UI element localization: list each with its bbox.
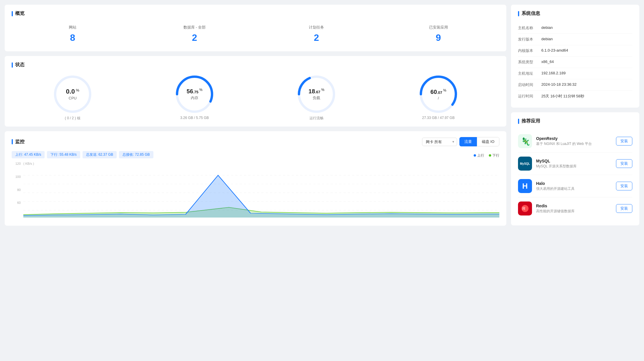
info-key: 发行版本 (518, 34, 541, 45)
app-desc: 强大易用的开源建站工具 (536, 186, 612, 191)
monitor-card: 监控 网卡 所有 流量 磁盘 IO 上行: 47.45 KB/s下行: 55.4… (5, 131, 506, 226)
monitor-stats-row: 上行: 47.45 KB/s下行: 55.48 KB/s总发送: 62.37 G… (12, 151, 499, 158)
tab-disk-io[interactable]: 磁盘 IO (477, 137, 499, 146)
chart-legend: 上行 下行 (474, 153, 499, 158)
monitor-stat-badge: 下行: 55.48 KB/s (47, 151, 80, 158)
stat-value: 9 (377, 32, 499, 43)
install-button-mysql[interactable]: 安装 (616, 159, 632, 168)
monitor-stat-badge: 总发送: 62.37 GB (83, 151, 117, 158)
monitor-controls: 网卡 所有 流量 磁盘 IO (422, 137, 499, 146)
system-info-table: 主机名称 debian 发行版本 debian 内核版本 6.1.0-23-am… (518, 22, 632, 102)
stat-item-计划任务: 计划任务 2 (256, 22, 377, 45)
monitor-title: 监控 (12, 139, 24, 145)
gauge-center-memory: 56.75 % 内存 (187, 88, 202, 101)
app-item-redis: R Redis 高性能的开源键值数据库 安装 (518, 197, 632, 220)
legend-up: 上行 (474, 153, 484, 158)
info-key: 启动时间 (518, 79, 541, 91)
app-item-openresty: 🦎 OpenResty 基于 NGINX 和 LuaJIT 的 Web 平台 安… (518, 130, 632, 153)
gauge-memory: 56.75 % 内存 3.26 GB / 5.75 GB (134, 74, 256, 121)
app-desc: 基于 NGINX 和 LuaJIT 的 Web 平台 (536, 141, 612, 146)
stats-grid: 网站 8 数据库 - 全部 2 计划任务 2 已安装应用 9 (12, 22, 499, 45)
gauge-wrapper-load: 18.67 % 负载 (296, 74, 337, 115)
install-button-openresty[interactable]: 安装 (616, 137, 632, 146)
info-val: 25天 16小时 11分钟 58秒 (541, 91, 632, 102)
install-button-halo[interactable]: 安装 (616, 182, 632, 190)
app-icon: R (518, 201, 532, 215)
info-key: 主机地址 (518, 68, 541, 79)
app-icon: MySQL (518, 157, 532, 171)
gauges-grid: 0.0 % CPU ( 0 / 2 ) 核 56.75 % 内存 3.26 GB… (12, 74, 499, 121)
app-info: Halo 强大易用的开源建站工具 (536, 181, 612, 191)
stat-label: 已安装应用 (377, 25, 499, 30)
nic-select-wrapper: 网卡 所有 (422, 138, 457, 146)
svg-marker-14 (23, 175, 499, 218)
app-desc: MySQL 开源关系型数据库 (536, 164, 612, 169)
monitor-stat-badge: 总接收: 72.85 GB (119, 151, 153, 158)
svg-text:🦎: 🦎 (521, 137, 530, 146)
gauge-sub-memory: 3.26 GB / 5.75 GB (180, 116, 209, 120)
y-axis: 120 100 80 60 (12, 162, 22, 214)
y-axis-unit: ( KB/s ) (23, 162, 499, 165)
info-val: x86_64 (541, 57, 632, 68)
monitor-stat-badge: 上行: 47.45 KB/s (12, 151, 45, 158)
install-button-redis[interactable]: 安装 (616, 204, 632, 213)
stat-value: 2 (256, 32, 377, 43)
app-item-mysql: MySQL MySQL MySQL 开源关系型数据库 安装 (518, 153, 632, 175)
app-list: 🦎 OpenResty 基于 NGINX 和 LuaJIT 的 Web 平台 安… (518, 130, 632, 220)
app-info: OpenResty 基于 NGINX 和 LuaJIT 的 Web 平台 (536, 136, 612, 146)
stat-item-已安装应用: 已安装应用 9 (377, 22, 499, 45)
gauge-sub-disk: 27.33 GB / 47.97 GB (422, 116, 454, 120)
stat-label: 数据库 - 全部 (134, 25, 256, 30)
system-info-row: 主机地址 192.168.2.189 (518, 68, 632, 79)
info-val: debian (541, 34, 632, 45)
status-title: 状态 (12, 62, 499, 68)
tab-traffic[interactable]: 流量 (459, 137, 477, 146)
info-val: 6.1.0-23-amd64 (541, 45, 632, 57)
gauge-load: 18.67 % 负载 运行流畅 (256, 74, 377, 121)
gauge-wrapper-memory: 56.75 % 内存 (174, 74, 215, 115)
monitor-tabs: 流量 磁盘 IO (459, 137, 499, 146)
app-info: Redis 高性能的开源键值数据库 (536, 204, 612, 214)
overview-title: 概览 (12, 10, 499, 17)
app-name: OpenResty (536, 136, 612, 141)
svg-text:R: R (522, 206, 525, 211)
info-key: 内核版本 (518, 45, 541, 57)
gauge-sub-load: 运行流畅 (309, 116, 323, 121)
app-name: Redis (536, 204, 612, 208)
system-info-row: 主机名称 debian (518, 22, 632, 34)
system-info-row: 内核版本 6.1.0-23-amd64 (518, 45, 632, 57)
app-name: MySQL (536, 159, 612, 163)
system-info-row: 启动时间 2024-10-18 23:36:32 (518, 79, 632, 91)
app-icon: H (518, 179, 532, 193)
stat-value: 8 (12, 32, 134, 43)
info-key: 运行时间 (518, 91, 541, 102)
system-info-row: 系统类型 x86_64 (518, 57, 632, 68)
recommended-apps-card: 推荐应用 🦎 OpenResty 基于 NGINX 和 LuaJIT 的 Web… (511, 112, 639, 225)
app-desc: 高性能的开源键值数据库 (536, 209, 612, 214)
info-val: 192.168.2.189 (541, 68, 632, 79)
info-val: debian (541, 22, 632, 34)
nic-select[interactable]: 网卡 所有 (422, 138, 457, 146)
gauge-cpu: 0.0 % CPU ( 0 / 2 ) 核 (12, 74, 134, 121)
system-info-card: 系统信息 主机名称 debian 发行版本 debian 内核版本 6.1.0-… (511, 5, 639, 108)
system-info-title: 系统信息 (518, 10, 632, 17)
gauge-center-disk: 60.07 % / (430, 88, 446, 100)
monitor-chart (23, 167, 499, 219)
stat-label: 计划任务 (256, 25, 377, 30)
status-card: 状态 0.0 % CPU ( 0 / 2 ) 核 56.75 % 内存 (5, 56, 506, 127)
system-info-row: 运行时间 25天 16小时 11分钟 58秒 (518, 91, 632, 102)
stat-label: 网站 (12, 25, 134, 30)
app-item-halo: H Halo 强大易用的开源建站工具 安装 (518, 175, 632, 197)
monitor-header: 监控 网卡 所有 流量 磁盘 IO (12, 137, 499, 146)
gauge-sub-cpu: ( 0 / 2 ) 核 (65, 116, 80, 121)
stat-value: 2 (134, 32, 256, 43)
info-key: 主机名称 (518, 22, 541, 34)
gauge-wrapper-cpu: 0.0 % CPU (52, 74, 93, 115)
gauge-center-load: 18.67 % 负载 (309, 88, 324, 101)
system-info-row: 发行版本 debian (518, 34, 632, 45)
stat-item-网站: 网站 8 (12, 22, 134, 45)
legend-down: 下行 (489, 153, 499, 158)
recommended-apps-title: 推荐应用 (518, 118, 632, 124)
info-key: 系统类型 (518, 57, 541, 68)
overview-card: 概览 网站 8 数据库 - 全部 2 计划任务 2 已安装应用 9 (5, 5, 506, 51)
